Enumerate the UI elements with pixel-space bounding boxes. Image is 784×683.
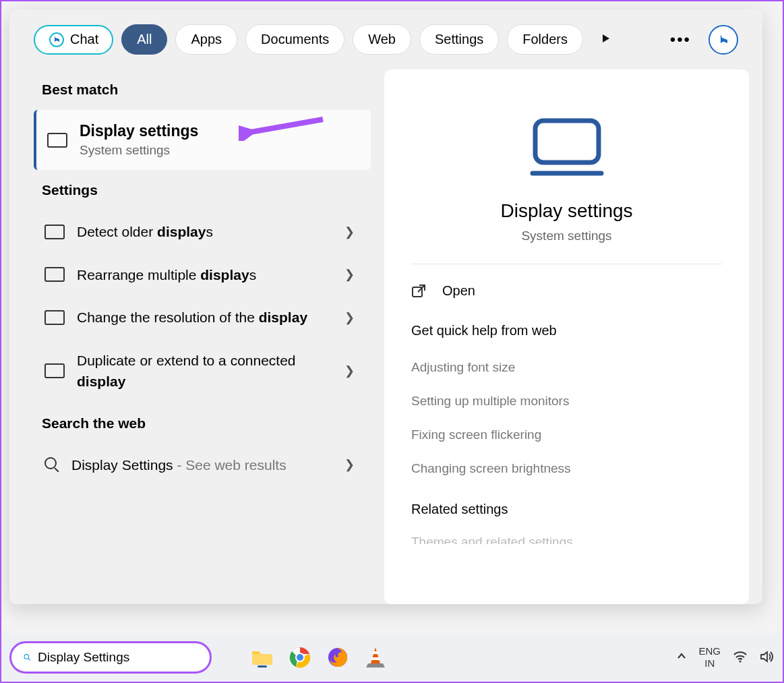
tab-documents-label: Documents xyxy=(261,32,329,47)
svg-line-1 xyxy=(247,119,323,133)
tray-overflow-button[interactable] xyxy=(677,651,686,663)
chrome-icon xyxy=(289,646,311,669)
settings-result-duplicate-extend[interactable]: Duplicate or extend to a connected displ… xyxy=(34,339,371,403)
tab-apps[interactable]: Apps xyxy=(175,24,237,55)
search-web-heading: Search the web xyxy=(34,403,371,444)
tab-apps-label: Apps xyxy=(191,32,222,47)
display-icon xyxy=(44,267,65,282)
play-icon xyxy=(601,33,611,44)
firefox-icon xyxy=(326,646,349,669)
chat-tab[interactable]: Chat xyxy=(34,25,113,55)
quick-link-font-size[interactable]: Adjusting font size xyxy=(411,351,722,384)
taskbar-file-explorer[interactable] xyxy=(249,645,275,670)
search-results-panel: Chat All Apps Documents Web Settings Fol… xyxy=(9,9,762,604)
quick-link-screen-brightness[interactable]: Changing screen brightness xyxy=(411,452,722,485)
quick-link-multiple-monitors[interactable]: Setting up multiple monitors xyxy=(411,384,722,418)
web-result-display-settings[interactable]: Display Settings - See web results ❯ xyxy=(34,444,371,487)
settings-result-detect-displays[interactable]: Detect older displays ❯ xyxy=(34,210,371,254)
file-explorer-icon xyxy=(251,647,274,667)
lang-line2: IN xyxy=(698,657,721,670)
taskbar-vlc[interactable] xyxy=(363,645,388,670)
quick-link-screen-flickering[interactable]: Fixing screen flickering xyxy=(411,418,722,452)
tab-web-label: Web xyxy=(368,32,396,47)
lang-line1: ENG xyxy=(698,645,721,657)
chevron-right-icon: ❯ xyxy=(344,457,355,472)
results-list-column: Best match Display settings System setti… xyxy=(34,69,371,604)
result-label: Detect older displays xyxy=(77,221,332,243)
display-icon xyxy=(44,310,65,325)
settings-heading: Settings xyxy=(34,170,371,210)
svg-rect-13 xyxy=(373,651,378,654)
result-label: Change the resolution of the display xyxy=(77,307,332,328)
search-icon xyxy=(44,457,59,472)
wifi-icon xyxy=(733,651,748,663)
preview-title: Display settings xyxy=(411,200,722,222)
best-match-title: Display settings xyxy=(80,122,198,140)
tab-all[interactable]: All xyxy=(121,24,167,55)
options-button[interactable]: ••• xyxy=(661,26,700,53)
tab-settings[interactable]: Settings xyxy=(419,24,499,55)
display-icon xyxy=(44,363,65,378)
annotation-arrow-icon xyxy=(239,114,326,141)
filter-tabs-row: Chat All Apps Documents Web Settings Fol… xyxy=(9,9,762,69)
language-indicator[interactable]: ENG IN xyxy=(698,645,721,670)
best-match-subtitle: System settings xyxy=(80,143,198,158)
taskbar: ENG IN xyxy=(1,633,783,682)
taskbar-search-box[interactable] xyxy=(9,641,212,674)
best-match-heading: Best match xyxy=(34,69,371,110)
search-input[interactable] xyxy=(38,650,198,665)
open-external-icon xyxy=(411,284,426,299)
svg-rect-7 xyxy=(252,654,272,665)
tab-web[interactable]: Web xyxy=(353,24,411,55)
result-label: Rearrange multiple displays xyxy=(77,264,332,286)
quick-help-heading: Get quick help from web xyxy=(411,318,722,351)
svg-point-11 xyxy=(297,654,303,661)
svg-rect-14 xyxy=(371,657,380,660)
wifi-button[interactable] xyxy=(733,651,748,665)
related-link-themes[interactable]: Themes and related settings xyxy=(411,525,722,544)
settings-result-change-resolution[interactable]: Change the resolution of the display ❯ xyxy=(34,296,371,339)
search-icon xyxy=(24,651,31,664)
vlc-icon xyxy=(365,646,386,669)
open-action[interactable]: Open xyxy=(411,264,722,318)
result-label: Display Settings - See web results xyxy=(71,454,332,476)
chevron-right-icon: ❯ xyxy=(344,225,355,239)
svg-point-5 xyxy=(24,655,29,659)
display-large-icon xyxy=(530,117,604,177)
chevron-right-icon: ❯ xyxy=(344,267,355,282)
preview-pane: Display settings System settings Open Ge… xyxy=(384,69,749,604)
system-tray: ENG IN xyxy=(677,645,775,670)
preview-hero: Display settings System settings xyxy=(411,90,722,264)
bing-chat-icon xyxy=(49,32,65,48)
bing-button[interactable] xyxy=(708,25,738,55)
ellipsis-icon: ••• xyxy=(670,30,691,49)
tab-settings-label: Settings xyxy=(435,32,483,47)
related-settings-heading: Related settings xyxy=(411,485,722,525)
best-match-result[interactable]: Display settings System settings xyxy=(34,110,371,170)
tab-documents[interactable]: Documents xyxy=(245,24,344,55)
chat-tab-label: Chat xyxy=(70,32,98,47)
bing-icon xyxy=(715,32,731,48)
speaker-icon xyxy=(760,650,775,663)
display-icon xyxy=(44,225,65,239)
taskbar-chrome[interactable] xyxy=(287,645,313,670)
chevron-right-icon: ❯ xyxy=(344,310,355,325)
taskbar-firefox[interactable] xyxy=(325,645,351,670)
volume-button[interactable] xyxy=(760,650,775,665)
results-content: Best match Display settings System setti… xyxy=(9,69,762,604)
svg-rect-8 xyxy=(258,665,267,667)
result-label: Duplicate or extend to a connected displ… xyxy=(77,350,332,392)
chevron-up-icon xyxy=(677,651,686,661)
tab-folders[interactable]: Folders xyxy=(507,24,583,55)
tab-folders-label: Folders xyxy=(522,32,568,47)
settings-result-rearrange-displays[interactable]: Rearrange multiple displays ❯ xyxy=(34,254,371,297)
svg-point-15 xyxy=(740,660,742,662)
svg-rect-2 xyxy=(535,121,599,162)
svg-line-6 xyxy=(28,659,30,661)
tab-all-label: All xyxy=(137,32,152,47)
preview-subtitle: System settings xyxy=(411,229,722,243)
display-icon xyxy=(47,133,67,148)
more-tabs-button[interactable] xyxy=(591,28,621,51)
chevron-right-icon: ❯ xyxy=(344,363,355,378)
open-label: Open xyxy=(442,283,475,299)
